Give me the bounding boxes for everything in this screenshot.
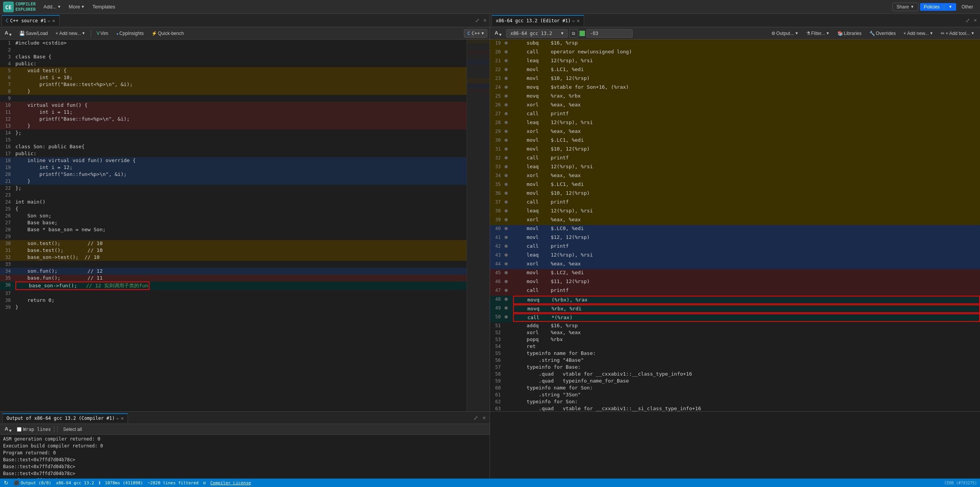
compiler-tab-bar: x86-64 gcc 13.2 (Editor #1) ✏ × ⤢ ×: [490, 14, 980, 27]
code-content: virtual void fun() {: [14, 102, 467, 109]
line-number: 19: [0, 164, 14, 171]
close-compiler-tab-icon[interactable]: ×: [576, 18, 580, 24]
close-compiler-btn[interactable]: ×: [972, 17, 978, 24]
more-menu-btn[interactable]: More ▼: [66, 2, 88, 11]
code-line: 35 base.fun(); // 11: [0, 275, 467, 282]
compiler-name-label: x86-64 gcc 13.2: [510, 31, 552, 36]
asm-content: xorl %eax, %eax: [513, 260, 980, 267]
templates-menu-btn[interactable]: Templates: [89, 2, 118, 11]
code-line: 23: [0, 192, 467, 199]
asm-line: 46 movl $11, 12(%rsp): [490, 278, 980, 287]
asm-line-number: 23: [490, 75, 504, 82]
svg-rect-4: [467, 61, 490, 64]
asm-content: .quad typeinfo_name_for_Base: [513, 378, 980, 384]
close-output-btn[interactable]: ×: [481, 414, 487, 422]
output-font-btn[interactable]: A▼: [3, 425, 14, 434]
close-output-tab-icon[interactable]: ×: [121, 415, 124, 421]
code-line: 28 Base * base_son = new Son;: [0, 226, 467, 233]
close-panel-btn[interactable]: ×: [482, 17, 488, 24]
add-new-compiler-btn[interactable]: + Add new... ▼: [900, 30, 937, 37]
line-number: 35: [0, 275, 14, 282]
asm-line-number: 49: [490, 305, 504, 311]
asm-dot-col: [504, 57, 513, 66]
edit-output-tab-icon[interactable]: ✏: [116, 416, 119, 421]
code-line: 30 son.test(); // 10: [0, 240, 467, 247]
asm-line-number: 58: [490, 371, 504, 378]
line-number: 10: [0, 102, 14, 109]
output-tab[interactable]: Output of x86-64 gcc 13.2 (Compiler #1) …: [2, 413, 128, 422]
code-content: base.test(); // 10: [14, 247, 467, 254]
vim-label: Vim: [100, 31, 108, 36]
line-number: 18: [0, 157, 14, 164]
cpp-tab-label: C++ source #1: [10, 18, 46, 23]
asm-line: 26 xorl %eax, %eax: [490, 101, 980, 110]
cpp-source-tab[interactable]: C C++ source #1 ✏ ×: [2, 15, 60, 26]
refresh-btn[interactable]: ↻: [3, 480, 9, 486]
edit-tab-icon[interactable]: ✏: [48, 18, 50, 23]
line-number: 32: [0, 254, 14, 261]
expand-btn[interactable]: ⤢: [473, 17, 481, 24]
cppinsights-btn[interactable]: ⬥ CppInsights: [113, 30, 147, 37]
close-tab-icon[interactable]: ×: [52, 18, 55, 24]
compiler-name-select[interactable]: x86-64 gcc 13.2 ▼: [506, 29, 568, 38]
asm-content: movq (%rbx), %rax: [513, 296, 980, 304]
line-number: 16: [0, 143, 14, 150]
wrap-lines-label[interactable]: Wrap lines: [17, 427, 51, 432]
compiler-flags-input[interactable]: [586, 29, 633, 38]
share-btn[interactable]: Share ▼: [892, 3, 919, 11]
filter-arrow: ▼: [826, 31, 830, 35]
code-line: 1#include <cstdio>: [0, 40, 467, 46]
asm-line-number: 63: [490, 405, 504, 411]
code-editor[interactable]: 1#include <cstdio>23class Base {4public:…: [0, 40, 467, 411]
open-new-window-btn[interactable]: ⧉: [569, 29, 578, 38]
asm-font-btn[interactable]: A▼: [492, 29, 505, 38]
output-btn[interactable]: ⚙ Output... ▼: [768, 30, 802, 37]
policies-arrow-icon: ▼: [948, 5, 952, 9]
asm-dot-col: [504, 269, 513, 278]
line-number: 38: [0, 297, 14, 304]
output-count: Output (0/0): [21, 480, 51, 485]
wrap-lines-checkbox[interactable]: [17, 427, 22, 432]
asm-line: 36 movl $10, 12(%rsp): [490, 190, 980, 199]
compiler-license-link[interactable]: Compiler License: [210, 480, 251, 485]
asm-line-number: 44: [490, 260, 504, 267]
edit-compiler-tab-icon[interactable]: ✏: [572, 18, 575, 23]
asm-output[interactable]: 19 subq $16, %rsp20 call operator new(un…: [490, 40, 980, 411]
expand-output-btn[interactable]: ⤢: [472, 414, 480, 422]
libraries-btn[interactable]: 📚 Libraries: [834, 30, 865, 37]
asm-line-number: 52: [490, 329, 504, 336]
asm-dot-col: [504, 190, 513, 199]
policies-btn[interactable]: Policies 👤 ▼: [920, 3, 956, 11]
code-content: }: [14, 178, 467, 185]
asm-dot-col: [504, 119, 513, 128]
select-all-btn[interactable]: Select all: [61, 426, 84, 433]
status-bar: ↻ ⬛ Output (0/0) x86-64 gcc 13.2 ℹ 1078m…: [0, 479, 980, 487]
asm-line: 31 movl $10, 12(%rsp): [490, 146, 980, 154]
font-size-btn[interactable]: A▼: [2, 29, 15, 38]
expand-compiler-btn[interactable]: ⤢: [964, 17, 972, 24]
add-tool-btn[interactable]: ✏ + Add tool... ▼: [938, 30, 978, 37]
other-btn[interactable]: Other: [958, 3, 977, 11]
line-number: 28: [0, 226, 14, 233]
add-new-btn[interactable]: + Add new... ▼: [53, 30, 89, 37]
compiler-tab[interactable]: x86-64 gcc 13.2 (Editor #1) ✏ ×: [492, 15, 584, 26]
asm-line: 44 xorl %eax, %eax: [490, 260, 980, 269]
save-load-btn[interactable]: 💾 Save/Load: [16, 30, 51, 37]
asm-content: movl $10, 12(%rsp): [513, 190, 980, 197]
asm-content: movl $.LC1, %edi: [513, 137, 980, 144]
compiler-selector[interactable]: C C++ ▼: [464, 29, 487, 38]
quickbench-btn[interactable]: ⚡ Quick-bench: [148, 30, 187, 37]
output-line: Program returned: 0: [3, 449, 487, 456]
asm-content: movl $11, 12(%rsp): [513, 278, 980, 285]
filter-btn[interactable]: ⚗ Filter... ▼: [803, 30, 833, 37]
policies-user-icon: 👤: [941, 4, 947, 10]
asm-line: 58 .quad vtable for __cxxabiv1::__class_…: [490, 371, 980, 378]
asm-dot-col: [504, 163, 513, 172]
output-line: Execution build compiler returned: 0: [3, 442, 487, 449]
asm-dot-col: [504, 216, 513, 225]
asm-dot-col: [504, 287, 513, 296]
vim-btn[interactable]: V Vim: [93, 30, 111, 37]
overrides-btn[interactable]: 🔧 Overrides: [866, 30, 899, 37]
add-menu-btn[interactable]: Add... ▼: [40, 2, 64, 11]
code-line: 37: [0, 290, 467, 297]
